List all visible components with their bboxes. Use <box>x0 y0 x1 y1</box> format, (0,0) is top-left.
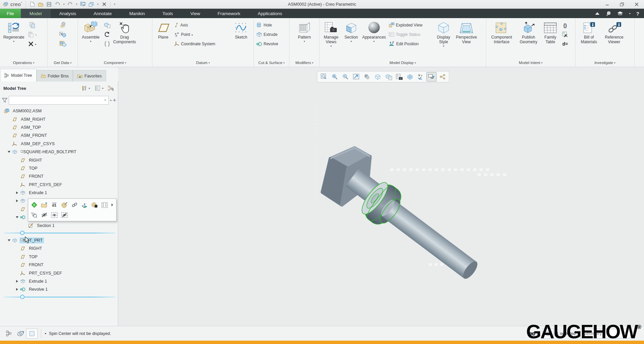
mirror-component-button[interactable] <box>103 40 111 48</box>
edit-position-button[interactable]: Edit Position <box>387 40 433 48</box>
options-grid-icon[interactable] <box>100 200 109 209</box>
bill-of-materials-button[interactable]: Bill of Materials <box>577 19 601 52</box>
tree-settings-dropdown[interactable] <box>102 87 106 90</box>
appearance-icon[interactable] <box>60 200 69 209</box>
group-label-model-display[interactable]: Model Display <box>320 59 486 67</box>
tab-view[interactable]: View <box>182 9 209 18</box>
tree-item[interactable]: Extrude 1 <box>0 189 118 197</box>
display-style-dropdown[interactable] <box>443 45 444 48</box>
create-component-button[interactable] <box>103 21 111 29</box>
point-dropdown[interactable] <box>191 32 193 37</box>
sketch-button[interactable]: Sketch <box>231 19 251 52</box>
full-screen-icon[interactable] <box>15 329 26 339</box>
section-ribbon-button[interactable]: Section <box>342 19 361 52</box>
expander-icon[interactable] <box>15 216 19 218</box>
more-options-icon[interactable] <box>110 204 114 206</box>
repaint-icon[interactable] <box>351 72 361 81</box>
tab-folder-browser[interactable]: Folder Brow <box>37 70 73 81</box>
pattern-dropdown[interactable] <box>304 40 305 43</box>
spin-center-icon[interactable] <box>437 72 447 81</box>
filter-dropdown[interactable] <box>110 99 111 102</box>
tree-item[interactable]: ASM_RIGHT <box>0 115 118 123</box>
activate-icon[interactable] <box>30 200 39 209</box>
coordinate-system-button[interactable]: Coordinate System <box>173 40 230 48</box>
pattern-button[interactable]: Pattern <box>293 19 316 52</box>
collapse-ribbon-icon[interactable] <box>594 10 601 17</box>
tree-item[interactable]: SQUARE-HEAD_BOLT.PRT <box>0 148 118 156</box>
exploded-view-button[interactable]: Exploded View <box>387 21 433 29</box>
group-label-operations[interactable]: Operations <box>0 59 47 67</box>
parameters-button[interactable] <box>561 31 569 38</box>
group-label-datum[interactable]: Datum <box>152 59 254 67</box>
switch-symbols-button[interactable]: () <box>562 21 568 29</box>
manage-views-dropdown[interactable] <box>330 45 332 48</box>
tree-item[interactable]: RIGHT <box>0 244 118 252</box>
zoom-to-selected-icon[interactable] <box>30 211 39 219</box>
group-label-model-intent[interactable]: Model Intent <box>486 59 575 67</box>
tree-item[interactable]: TOP <box>0 253 118 261</box>
copy-button[interactable] <box>27 21 38 29</box>
assemble-button[interactable]: Assemble <box>79 19 102 52</box>
window-dropdown[interactable] <box>96 1 99 8</box>
reference-viewer-button[interactable]: Reference Viewer <box>602 19 627 52</box>
tab-model[interactable]: Model <box>21 9 51 18</box>
tab-model-tree[interactable]: Model Tree <box>0 69 37 81</box>
tree-settings-icon[interactable] <box>93 84 101 92</box>
relations-button[interactable]: d= <box>561 40 569 48</box>
expander-icon[interactable] <box>7 239 11 241</box>
appearances-dropdown[interactable] <box>373 40 375 43</box>
tree-item[interactable]: ASM_TOP <box>0 123 118 131</box>
tree-tools-icon[interactable] <box>80 84 88 92</box>
redo-button[interactable] <box>66 1 74 8</box>
regenerate-small-button[interactable] <box>79 1 87 8</box>
publish-geometry-button[interactable]: Publish Geometry <box>516 19 541 52</box>
hole-button[interactable]: Hole <box>255 21 279 29</box>
tree-item[interactable]: RIGHT <box>0 156 118 164</box>
toggle-navigator-icon[interactable] <box>3 329 15 339</box>
window-switch-button[interactable] <box>88 1 95 8</box>
revolve-button[interactable]: Revolve <box>255 40 279 48</box>
axis-button[interactable]: Axis <box>173 21 230 29</box>
paste-button[interactable] <box>27 31 38 38</box>
tree-item[interactable]: PRT_CSYS_DEF <box>0 269 118 277</box>
regenerate-button[interactable]: Regenerate <box>1 19 26 52</box>
hide-icon[interactable] <box>40 211 49 219</box>
shading-icon[interactable] <box>362 72 372 81</box>
edit-dimensions-icon[interactable]: d1 <box>50 200 59 209</box>
view-manager-icon[interactable] <box>394 72 404 81</box>
customize-qat-dropdown[interactable] <box>113 1 116 8</box>
learning-center-icon[interactable] <box>617 10 624 17</box>
tree-item[interactable]: Revolve 1 <box>0 285 118 293</box>
drag-components-button[interactable]: Drag Components <box>112 19 137 52</box>
extrude-button[interactable]: Extrude <box>255 31 279 38</box>
expander-icon[interactable] <box>7 151 11 153</box>
component-interface-button[interactable]: Component Interface <box>488 19 516 52</box>
tree-tools-dropdown[interactable] <box>89 87 93 90</box>
regenerate-dropdown[interactable] <box>13 40 14 43</box>
paste-dropdown[interactable] <box>35 32 37 37</box>
tree-item[interactable]: ASM_DEF_CSYS <box>0 140 118 148</box>
tab-tools[interactable]: Tools <box>153 9 182 18</box>
family-table-button[interactable]: Family Table <box>541 19 559 52</box>
appearances-button[interactable]: Appearances <box>361 19 387 52</box>
insert-handle[interactable] <box>20 231 25 235</box>
show-annotations-icon[interactable] <box>50 211 59 219</box>
group-label-cut-surface[interactable]: Cut & Surface <box>254 59 289 67</box>
import-image-button[interactable] <box>58 40 67 48</box>
fix-location-icon[interactable] <box>80 200 89 209</box>
graphics-area[interactable] <box>118 67 644 326</box>
refit-icon[interactable] <box>319 72 329 81</box>
save-button[interactable] <box>45 1 53 8</box>
zoom-in-icon[interactable] <box>330 72 340 81</box>
open-file-button[interactable] <box>37 1 44 8</box>
minimize-button[interactable] <box>600 0 614 8</box>
filter-add-button[interactable]: + <box>113 97 116 104</box>
group-label-component[interactable]: Component <box>78 59 152 67</box>
tree-item[interactable]: PRT_CSYS_DEF <box>0 181 118 189</box>
expander-icon[interactable] <box>15 199 19 202</box>
plane-button[interactable]: Plane <box>154 19 173 52</box>
perspective-view-button[interactable]: Perspective View <box>454 19 479 52</box>
insert-handle[interactable] <box>20 295 25 299</box>
restore-button[interactable] <box>614 0 629 8</box>
tab-manikin[interactable]: Manikin <box>121 9 154 18</box>
